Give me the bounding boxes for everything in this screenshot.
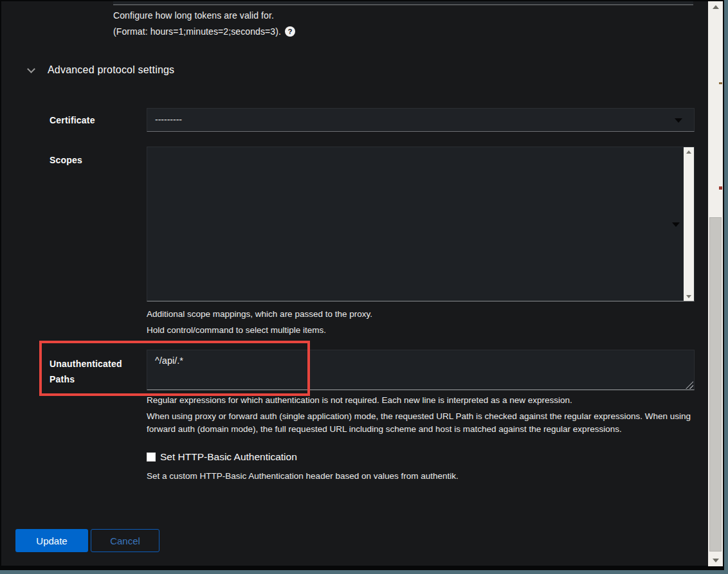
question-circle-icon[interactable]: ?: [285, 26, 295, 37]
token-validity-help: Configure how long tokens are valid for.: [113, 10, 274, 21]
scrollbar-thumb[interactable]: [709, 217, 722, 552]
scopes-multiselect[interactable]: [147, 147, 695, 301]
update-button[interactable]: Update: [15, 529, 88, 552]
certificate-select[interactable]: ---------: [147, 108, 695, 132]
advanced-protocol-settings-toggle[interactable]: Advanced protocol settings: [27, 64, 174, 76]
browser-window: Configure how long tokens are valid for.…: [0, 0, 724, 570]
token-validity-input[interactable]: [113, 1, 693, 5]
token-validity-format-help: (Format: hours=1;minutes=2;seconds=3).: [113, 26, 281, 37]
scopes-help-1: Additional scope mappings, which are pas…: [147, 308, 372, 321]
http-basic-checkbox-label[interactable]: Set HTTP-Basic Authentication: [160, 451, 297, 463]
scrollbar-mark: [719, 82, 722, 84]
http-basic-checkbox[interactable]: [147, 453, 156, 462]
scopes-scrollbar[interactable]: [684, 147, 694, 301]
cancel-button[interactable]: Cancel: [91, 529, 159, 552]
chevron-down-icon: [27, 65, 35, 73]
scopes-help-2: Hold control/command to select multiple …: [147, 324, 326, 337]
form-content: Configure how long tokens are valid for.…: [1, 1, 708, 566]
scroll-up-icon[interactable]: [708, 3, 723, 12]
desktop-background: Configure how long tokens are valid for.…: [0, 0, 728, 574]
unauthenticated-paths-help-1: Regular expressions for which authentica…: [147, 394, 700, 407]
http-basic-help: Set a custom HTTP-Basic Authentication h…: [147, 470, 459, 483]
scrollbar-mark: [719, 186, 722, 190]
scroll-up-icon[interactable]: [684, 147, 694, 156]
unauthenticated-paths-textarea[interactable]: ^/api/.*: [147, 350, 695, 390]
caret-down-icon: [672, 222, 680, 227]
unauthenticated-paths-help-2: When using proxy or forward auth (single…: [147, 410, 697, 436]
scroll-down-icon[interactable]: [684, 292, 694, 301]
scroll-down-icon[interactable]: [708, 556, 723, 565]
caret-down-icon: [675, 118, 682, 123]
page-scrollbar[interactable]: [708, 1, 723, 566]
certificate-label: Certificate: [50, 115, 95, 125]
unauthenticated-paths-label: Unauthenticated Paths: [50, 356, 140, 387]
section-title: Advanced protocol settings: [48, 64, 174, 76]
scopes-label: Scopes: [50, 155, 82, 165]
certificate-selected-value: ---------: [155, 114, 182, 125]
